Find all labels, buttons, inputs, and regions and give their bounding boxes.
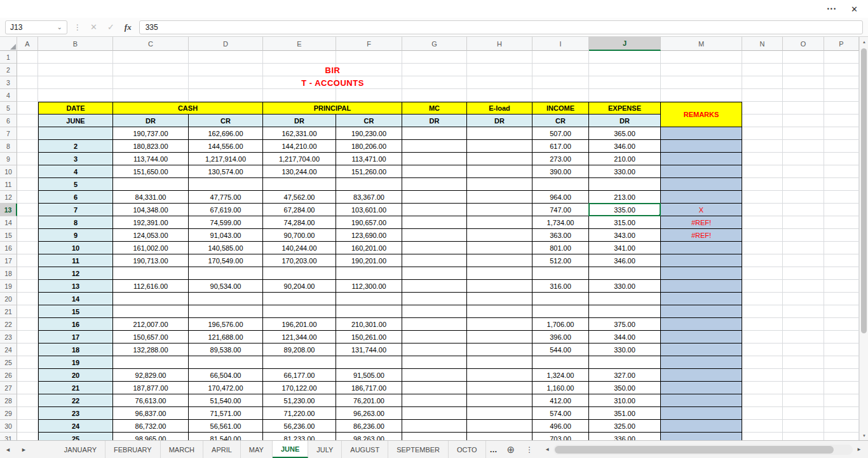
cell-F28[interactable]: 76,201.00 (336, 394, 402, 407)
cell-J19[interactable]: 330.00 (589, 280, 661, 293)
cell-G31[interactable] (402, 433, 467, 440)
cell-C15[interactable]: 124,053.00 (113, 229, 189, 242)
cell-N6[interactable] (742, 114, 783, 127)
cell-H17[interactable] (467, 254, 532, 267)
sheet-tab-january[interactable]: JANUARY (56, 441, 105, 458)
cell-J24[interactable]: 330.00 (589, 344, 661, 356)
cell-F18[interactable] (336, 267, 402, 280)
cell-O8[interactable] (783, 140, 824, 153)
cell-M16[interactable] (661, 242, 742, 254)
cell-O12[interactable] (783, 191, 824, 204)
cell-I18[interactable] (532, 267, 589, 280)
cell-F22[interactable]: 210,301.00 (336, 318, 402, 331)
horizontal-scroll-track[interactable] (553, 445, 853, 455)
cell-F8[interactable]: 180,206.00 (336, 140, 402, 153)
cell-F7[interactable]: 190,230.00 (336, 127, 402, 140)
cell-N25[interactable] (742, 356, 783, 369)
cell-C22[interactable]: 212,007.00 (113, 318, 189, 331)
cell-E26[interactable]: 66,177.00 (263, 369, 336, 382)
cell-F12[interactable]: 83,367.00 (336, 191, 402, 204)
cell-A24[interactable] (17, 344, 38, 356)
cell-O25[interactable] (783, 356, 824, 369)
cell-P23[interactable] (824, 331, 859, 344)
cell-H21[interactable] (467, 305, 532, 318)
cell-P4[interactable] (824, 89, 859, 102)
cell-C1[interactable] (113, 51, 189, 64)
scroll-left-icon[interactable]: ◄ (541, 447, 553, 452)
cell-B28[interactable]: 22 (38, 394, 113, 407)
cell-J31[interactable]: 336.00 (589, 433, 661, 440)
cell-F16[interactable]: 160,201.00 (336, 242, 402, 254)
cell-N4[interactable] (742, 89, 783, 102)
cell-B18[interactable]: 12 (38, 267, 113, 280)
cell-J26[interactable]: 327.00 (589, 369, 661, 382)
cell-J10[interactable]: 330.00 (589, 165, 661, 178)
cell-E17[interactable]: 170,203.00 (263, 254, 336, 267)
cell-M17[interactable] (661, 254, 742, 267)
cell-A21[interactable] (17, 305, 38, 318)
cell-E24[interactable]: 89,208.00 (263, 344, 336, 356)
column-header-C[interactable]: C (113, 37, 189, 51)
cell-P14[interactable] (824, 216, 859, 229)
header-principal[interactable]: PRINCIPAL (263, 102, 402, 114)
cell-B27[interactable]: 21 (38, 382, 113, 394)
cell-M7[interactable] (661, 127, 742, 140)
tab-more-icon[interactable]: ⋮ (520, 441, 538, 458)
column-header-B[interactable]: B (38, 37, 113, 51)
cell-O15[interactable] (783, 229, 824, 242)
cell-F23[interactable]: 150,261.00 (336, 331, 402, 344)
cell-H8[interactable] (467, 140, 532, 153)
cell-E22[interactable]: 196,201.00 (263, 318, 336, 331)
column-header-E[interactable]: E (263, 37, 336, 51)
cell-H3[interactable] (467, 76, 532, 89)
cell-I15[interactable]: 363.00 (532, 229, 589, 242)
cell-D21[interactable] (189, 305, 263, 318)
sheet-tab-june[interactable]: JUNE (273, 441, 308, 458)
cell-A22[interactable] (17, 318, 38, 331)
header-cash[interactable]: CASH (113, 102, 263, 114)
cell-G3[interactable] (402, 76, 467, 89)
cell-D15[interactable]: 91,043.00 (189, 229, 263, 242)
cell-C29[interactable]: 96,837.00 (113, 407, 189, 420)
cell-A30[interactable] (17, 420, 38, 433)
scroll-up-icon[interactable]: ▲ (860, 37, 868, 46)
cell-H30[interactable] (467, 420, 532, 433)
cell-C4[interactable] (113, 89, 189, 102)
cell-A13[interactable] (17, 204, 38, 216)
cell-A31[interactable] (17, 433, 38, 440)
cell-J7[interactable]: 365.00 (589, 127, 661, 140)
cell-M25[interactable] (661, 356, 742, 369)
cell-H24[interactable] (467, 344, 532, 356)
cell-D13[interactable]: 67,619.00 (189, 204, 263, 216)
horizontal-scrollbar[interactable]: ◄ ► (538, 441, 868, 458)
column-header-P[interactable]: P (824, 37, 859, 51)
cell-N27[interactable] (742, 382, 783, 394)
column-header-N[interactable]: N (742, 37, 783, 51)
cell-O9[interactable] (783, 153, 824, 165)
cell-N12[interactable] (742, 191, 783, 204)
cell-A12[interactable] (17, 191, 38, 204)
cell-G21[interactable] (402, 305, 467, 318)
cell-P10[interactable] (824, 165, 859, 178)
cell-M24[interactable] (661, 344, 742, 356)
cell-O14[interactable] (783, 216, 824, 229)
cell-P28[interactable] (824, 394, 859, 407)
cell-I1[interactable] (532, 51, 589, 64)
cell-D30[interactable]: 56,561.00 (189, 420, 263, 433)
cell-O29[interactable] (783, 407, 824, 420)
cell-H2[interactable] (467, 64, 532, 76)
cell-D24[interactable]: 89,538.00 (189, 344, 263, 356)
cell-B30[interactable]: 24 (38, 420, 113, 433)
cell-I9[interactable]: 273.00 (532, 153, 589, 165)
cell-A7[interactable] (17, 127, 38, 140)
cell-E23[interactable]: 121,344.00 (263, 331, 336, 344)
cell-C27[interactable]: 187,877.00 (113, 382, 189, 394)
cell-O27[interactable] (783, 382, 824, 394)
cell-O22[interactable] (783, 318, 824, 331)
column-header-I[interactable]: I (532, 37, 589, 51)
cell-A15[interactable] (17, 229, 38, 242)
cell-H15[interactable] (467, 229, 532, 242)
cell-O21[interactable] (783, 305, 824, 318)
cell-B8[interactable]: 2 (38, 140, 113, 153)
cell-A25[interactable] (17, 356, 38, 369)
